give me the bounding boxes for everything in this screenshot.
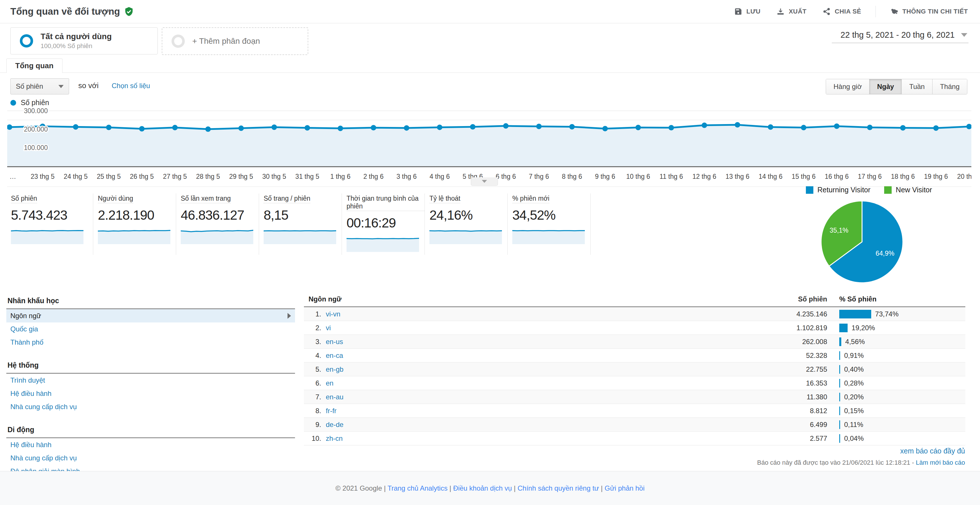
sidebar-item-hệ-điều-hành[interactable]: Hệ điều hành xyxy=(6,387,295,400)
language-link[interactable]: en-us xyxy=(326,338,343,346)
svg-text:31 thg 5: 31 thg 5 xyxy=(295,173,319,180)
svg-text:300.000: 300.000 xyxy=(24,107,48,115)
svg-text:19 thg 6: 19 thg 6 xyxy=(924,173,948,180)
table-row: 3. en-us 262.008 4,56% xyxy=(304,335,965,349)
scorecard-label: Người dùng xyxy=(98,194,133,203)
vs-label: so với xyxy=(78,81,99,90)
sidebar-item-hệ-điều-hành[interactable]: Hệ điều hành xyxy=(6,438,295,451)
table-row: 6. en 16.353 0,28% xyxy=(304,376,965,390)
svg-text:18 thg 6: 18 thg 6 xyxy=(891,173,915,180)
granularity-button[interactable]: Tháng xyxy=(932,79,967,94)
language-link[interactable]: en xyxy=(326,379,334,387)
chart-collapse-handle[interactable] xyxy=(471,177,498,186)
granularity-button[interactable]: Tuần xyxy=(902,79,932,94)
sessions-timeseries-chart[interactable]: 100.000200.000300.000…23 thg 524 thg 525… xyxy=(7,107,971,188)
table-header-row: Ngôn ngữ Số phiên % Số phiên xyxy=(304,292,965,307)
scorecard-sparkline xyxy=(347,235,419,252)
sidebar-item-thành-phố[interactable]: Thành phố xyxy=(6,336,295,349)
svg-text:13 thg 6: 13 thg 6 xyxy=(725,173,749,180)
audience-overview-page: Tổng quan về đối tượng LƯU XUẤT CHIA SẺ xyxy=(0,0,980,505)
svg-text:29 thg 5: 29 thg 5 xyxy=(229,173,253,180)
page-title-text: Tổng quan về đối tượng xyxy=(10,6,120,17)
save-button[interactable]: LƯU xyxy=(732,7,762,16)
sidebar-item-nhà-cung-cấp-dịch-vụ[interactable]: Nhà cung cấp dịch vụ xyxy=(6,451,295,465)
scorecards-row: Số phiên 5.743.423 Người dùng 2.218.190 … xyxy=(10,193,590,255)
scorecard-2[interactable]: Số lần xem trang 46.836.127 xyxy=(176,193,259,255)
scorecard-label: Số lần xem trang xyxy=(181,194,231,203)
sessions-value: 11.380 xyxy=(738,393,827,401)
pct-bar xyxy=(839,434,840,443)
scorecard-0[interactable]: Số phiên 5.743.423 xyxy=(10,193,93,255)
metric-caret-icon xyxy=(59,85,64,88)
table-row: 10. zh-cn 2.577 0,04% xyxy=(304,432,965,445)
page-footer: © 2021 Google | Trang chủ Analytics | Đi… xyxy=(0,471,980,505)
insights-button[interactable]: THÔNG TIN CHI TIẾT xyxy=(888,7,970,16)
col-header-pct-sessions[interactable]: % Số phiên xyxy=(827,295,965,303)
scorecard-5[interactable]: Tỷ lệ thoát 24,16% xyxy=(425,193,508,255)
language-link[interactable]: zh-cn xyxy=(326,435,343,443)
scorecard-label: Tỷ lệ thoát xyxy=(430,194,460,203)
svg-text:17 thg 6: 17 thg 6 xyxy=(858,173,882,180)
pct-value: 0,15% xyxy=(844,407,864,415)
table-body: 1. vi-vn 4.235.146 73,74%2. vi 1.102.819… xyxy=(304,307,965,445)
sidebar-item-quốc-gia[interactable]: Quốc gia xyxy=(6,322,295,336)
language-link[interactable]: de-de xyxy=(326,421,344,429)
col-header-language[interactable]: Ngôn ngữ xyxy=(304,295,738,303)
granularity-button[interactable]: Hàng giờ xyxy=(826,79,869,94)
footer-link[interactable]: Trang chủ Analytics xyxy=(387,484,447,492)
scorecard-4[interactable]: Thời gian trung bình của phiên 00:16:29 xyxy=(342,193,425,255)
pct-bar xyxy=(839,421,840,429)
sidebar-item-ngôn-ngữ[interactable]: Ngôn ngữ xyxy=(6,309,295,322)
choose-metric-link[interactable]: Chọn số liệu xyxy=(112,82,150,90)
language-table: Ngôn ngữ Số phiên % Số phiên 1. vi-vn 4.… xyxy=(304,292,965,445)
legend-swatch-icon xyxy=(884,186,892,194)
svg-text:16 thg 6: 16 thg 6 xyxy=(825,173,849,180)
scorecard-3[interactable]: Số trang / phiên 8,15 xyxy=(259,193,342,255)
scorecard-value: 34,52% xyxy=(512,207,590,223)
language-link[interactable]: fr-fr xyxy=(326,407,336,415)
language-link[interactable]: vi-vn xyxy=(326,310,340,318)
pct-bar xyxy=(839,365,840,374)
language-link[interactable]: en-gb xyxy=(326,365,344,373)
metric-dropdown-value: Số phiên xyxy=(16,82,43,91)
pct-value: 4,56% xyxy=(845,338,865,346)
granularity-selected-button[interactable]: Ngày xyxy=(869,79,902,94)
table-row: 4. en-ca 52.328 0,91% xyxy=(304,349,965,363)
svg-text:1 thg 6: 1 thg 6 xyxy=(330,173,350,180)
svg-text:25 thg 5: 25 thg 5 xyxy=(97,173,121,180)
share-button[interactable]: CHIA SẺ xyxy=(821,7,863,16)
table-row: 8. fr-fr 8.812 0,15% xyxy=(304,404,965,418)
sessions-value: 52.328 xyxy=(738,352,827,360)
add-segment-button[interactable]: + Thêm phân đoạn xyxy=(162,27,308,55)
metric-dropdown[interactable]: Số phiên xyxy=(10,78,69,94)
svg-text:27 thg 5: 27 thg 5 xyxy=(163,173,187,180)
scorecard-label: Thời gian trung bình của phiên xyxy=(347,194,425,211)
refresh-report-link[interactable]: Làm mới báo cáo xyxy=(916,459,965,466)
scorecard-6[interactable]: % phiên mới 34,52% xyxy=(508,193,590,255)
export-button[interactable]: XUẤT xyxy=(775,7,808,16)
footer-link[interactable]: Gửi phản hồi xyxy=(605,484,645,492)
sessions-value: 1.102.819 xyxy=(738,324,827,332)
sidebar-item-trình-duyệt[interactable]: Trình duyệt xyxy=(6,374,295,387)
view-full-report-link[interactable]: xem báo cáo đầy đủ xyxy=(900,447,965,455)
date-range-selector[interactable]: 22 thg 5, 2021 - 20 thg 6, 2021 xyxy=(832,29,969,43)
pie-legend-item: Returning Visitor xyxy=(806,186,870,194)
sessions-value: 22.755 xyxy=(738,365,827,373)
svg-text:…: … xyxy=(10,173,16,180)
pct-value: 0,28% xyxy=(844,379,864,387)
language-link[interactable]: en-ca xyxy=(326,352,343,360)
scorecard-sparkline xyxy=(264,228,336,244)
visitor-type-pie-chart[interactable]: 64,9% 35,1% xyxy=(819,199,905,286)
scorecard-1[interactable]: Người dùng 2.218.190 xyxy=(93,193,176,255)
tab-overview[interactable]: Tổng quan xyxy=(6,59,62,73)
pie-legend-item: New Visitor xyxy=(884,186,932,194)
sidebar-item-nhà-cung-cấp-dịch-vụ[interactable]: Nhà cung cấp dịch vụ xyxy=(6,400,295,413)
language-link[interactable]: vi xyxy=(326,324,331,332)
col-header-sessions[interactable]: Số phiên xyxy=(738,295,827,303)
scorecard-sparkline xyxy=(181,228,253,244)
footer-link[interactable]: Điều khoản dịch vụ xyxy=(453,484,512,492)
language-link[interactable]: en-au xyxy=(326,393,344,401)
pct-bar xyxy=(839,406,840,415)
footer-link[interactable]: Chính sách quyền riêng tư xyxy=(517,484,599,492)
segment-all-users[interactable]: Tất cả người dùng 100,00% Số phiên xyxy=(10,27,158,54)
